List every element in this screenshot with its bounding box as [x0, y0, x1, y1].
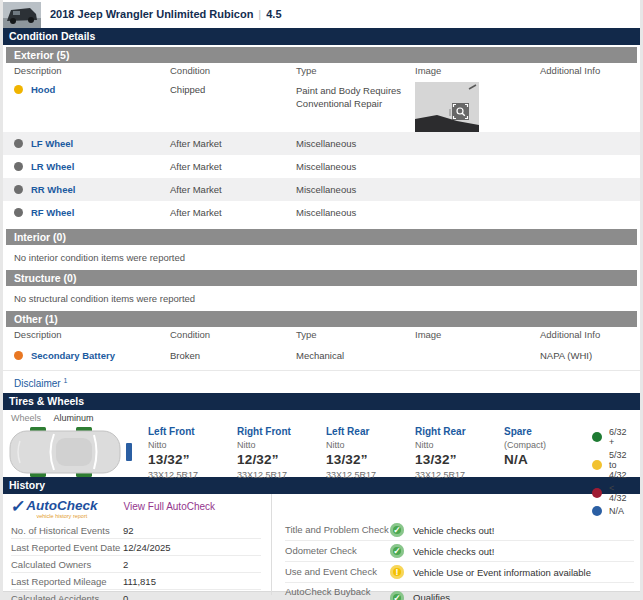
tire-tread-depth: 13/32”	[148, 452, 237, 467]
autocheck-check-icon: ✓	[10, 499, 26, 514]
check-result-text: Vehicle Use or Event information availab…	[413, 567, 591, 578]
stat-row: Calculated Owners 2	[11, 556, 261, 573]
condition-cell: After Market	[170, 161, 296, 178]
spare-tire-indicator	[126, 443, 132, 461]
tire-left-front: Left Front Nitto 13/32” 33X12.5R17	[148, 425, 237, 477]
check-warning-icon: !	[390, 565, 404, 579]
stat-value: 92	[123, 525, 134, 536]
stat-value: 0	[123, 593, 128, 600]
stat-row: Last Reported Mileage 111,815	[11, 573, 261, 590]
col-type: Type	[296, 329, 415, 340]
severity-dot	[14, 139, 23, 148]
exterior-table-header: Description Condition Type Image Additio…	[3, 63, 640, 78]
col-condition: Condition	[170, 65, 296, 76]
legend-green-dot	[592, 432, 602, 442]
autocheck-row: ✓ AutoCheck vehicle history report View …	[11, 494, 261, 522]
check-row: AutoCheck Buyback Protection ✓ Qualifies	[285, 583, 634, 600]
tire-spare: Spare (Compact) N/A	[504, 425, 592, 477]
condition-item-link[interactable]: RR Wheel	[31, 184, 75, 195]
vehicle-header: 2018 Jeep Wrangler Unlimited Rubicon|4.5	[3, 0, 640, 28]
tire-position-label: Left Front	[148, 426, 237, 437]
damage-photo-thumbnail[interactable]	[415, 82, 479, 132]
section-other-header: Other (1)	[6, 311, 637, 327]
view-full-autocheck-link[interactable]: View Full AutoCheck	[124, 501, 216, 512]
col-additional-info: Additional Info	[540, 65, 640, 76]
condition-cell: After Market	[170, 184, 296, 201]
type-cell: Miscellaneous	[296, 207, 415, 224]
condition-item-link[interactable]: LF Wheel	[31, 138, 73, 149]
condition-report-card: 2018 Jeep Wrangler Unlimited Rubicon|4.5…	[3, 0, 640, 592]
title-separator: |	[258, 8, 261, 20]
additional-info-cell	[540, 184, 640, 201]
stat-label-wrap: Calculated Accidents AutoCheck Terms and…	[11, 593, 123, 600]
vehicle-title: 2018 Jeep Wrangler Unlimited Rubicon	[50, 8, 253, 20]
stat-row: No. of Historical Events 92	[11, 522, 261, 539]
col-type: Type	[296, 65, 415, 76]
stat-row: Calculated Accidents AutoCheck Terms and…	[11, 590, 261, 600]
disclaimer-link[interactable]: Disclaimer 1	[14, 378, 67, 389]
tire-tread-depth: 13/32”	[415, 452, 504, 467]
car-diagram	[8, 425, 148, 477]
condition-item-link[interactable]: LR Wheel	[31, 161, 74, 172]
check-label: Use and Event Check	[285, 566, 390, 578]
condition-item-link[interactable]: RF Wheel	[31, 207, 74, 218]
check-row: Title and Problem Check ✓ Vehicle checks…	[285, 520, 634, 541]
condition-details-header: Condition Details	[3, 28, 640, 45]
col-condition: Condition	[170, 329, 296, 340]
condition-cell: Chipped	[170, 84, 296, 132]
condition-row-lr-wheel: LR Wheel After Market Miscellaneous	[3, 155, 640, 178]
col-additional-info: Additional Info	[540, 329, 640, 340]
check-row: Use and Event Check ! Vehicle Use or Eve…	[285, 562, 634, 583]
col-image: Image	[415, 65, 540, 76]
type-cell: Paint and Body Requires Conventional Rep…	[296, 84, 408, 132]
severity-dot	[14, 351, 23, 360]
wheels-label: Wheels	[11, 413, 41, 423]
spare-type: (Compact)	[504, 440, 592, 450]
legend-label: 6/32 +	[609, 427, 632, 447]
vehicle-thumbnail[interactable]	[3, 2, 41, 28]
image-cell	[415, 84, 540, 132]
condition-cell: After Market	[170, 207, 296, 224]
tire-size: 33X12.5R17	[415, 470, 504, 480]
severity-dot	[14, 85, 23, 94]
disclaimer-label: Disclaimer	[14, 378, 61, 389]
autocheck-wordmark: AutoCheck	[26, 499, 97, 512]
tire-tread-depth: 13/32”	[326, 452, 415, 467]
history-stats-panel: ✓ AutoCheck vehicle history report View …	[3, 494, 272, 595]
tire-brand: Nitto	[326, 440, 415, 450]
zoom-icon	[452, 103, 469, 120]
condition-item-link[interactable]: Hood	[31, 84, 55, 95]
type-cell: Mechanical	[296, 350, 415, 370]
description-cell: Secondary Battery	[14, 350, 170, 370]
tire-size: 33X12.5R17	[326, 470, 415, 480]
type-cell: Miscellaneous	[296, 161, 415, 178]
stat-value: 111,815	[123, 576, 156, 587]
check-label: AutoCheck Buyback Protection	[285, 586, 390, 600]
check-ok-icon: ✓	[390, 523, 404, 537]
stat-label: Last Reported Event Date	[11, 542, 123, 553]
stat-label: Calculated Accidents	[11, 593, 123, 600]
wheels-value: Aluminum	[54, 413, 94, 423]
severity-dot	[14, 208, 23, 217]
condition-item-link[interactable]: Secondary Battery	[31, 350, 115, 361]
interior-empty-text: No interior condition items were reporte…	[3, 245, 640, 268]
check-label: Title and Problem Check	[285, 524, 390, 536]
condition-cell: After Market	[170, 138, 296, 155]
tire-brand: Nitto	[415, 440, 504, 450]
disclaimer-footnote: 1	[63, 377, 67, 384]
condition-row-rr-wheel: RR Wheel After Market Miscellaneous	[3, 178, 640, 201]
stat-label: No. of Historical Events	[11, 525, 123, 536]
description-cell: RF Wheel	[14, 207, 170, 224]
tire-brand: Nitto	[237, 440, 326, 450]
image-cell	[415, 161, 540, 178]
tire-right-rear: Right Rear Nitto 13/32” 33X12.5R17	[415, 425, 504, 477]
legend-item: 5/32 to 4/32	[592, 450, 632, 480]
section-interior-header: Interior (0)	[6, 229, 637, 245]
legend-label: 5/32 to 4/32	[609, 450, 632, 480]
check-label: Odometer Check	[285, 545, 390, 557]
structure-empty-text: No structural condition items were repor…	[3, 286, 640, 309]
tire-position-label: Right Front	[237, 426, 326, 437]
additional-info-cell	[540, 84, 640, 132]
severity-dot	[14, 185, 23, 194]
condition-row-lf-wheel: LF Wheel After Market Miscellaneous	[3, 132, 640, 155]
